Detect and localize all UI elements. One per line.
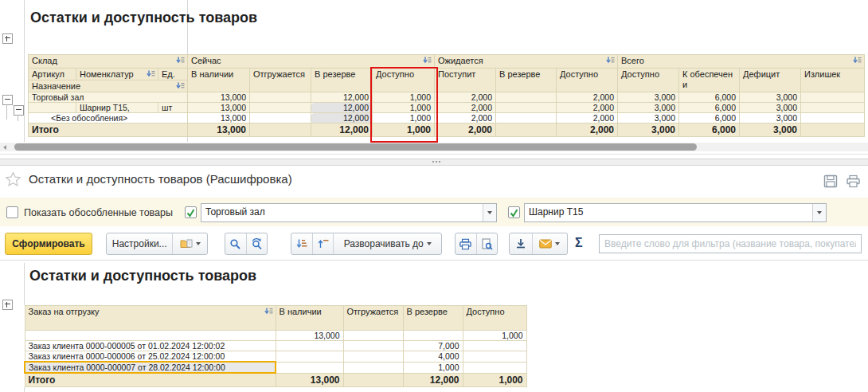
column-surplus[interactable]: Излишек (801, 69, 865, 92)
column-reserve-now[interactable]: В резерве (311, 69, 373, 92)
scrollbar-thumb[interactable] (14, 143, 697, 151)
cell[interactable]: 1,000 (373, 92, 435, 103)
selected-cell[interactable]: 12,000 (311, 103, 373, 113)
cell[interactable]: 3,000 (740, 123, 801, 137)
top-expander-icon[interactable] (2, 33, 13, 44)
warehouse-checkbox[interactable] (185, 206, 197, 218)
cell[interactable]: 13,000 (188, 113, 250, 123)
cell[interactable]: 3,000 (618, 123, 679, 137)
cell[interactable] (496, 113, 557, 123)
cell[interactable] (463, 362, 526, 373)
cell[interactable]: 3,000 (618, 103, 679, 113)
cell[interactable] (29, 103, 76, 113)
favorite-star-icon[interactable] (5, 171, 22, 190)
unit-cell[interactable]: шт (158, 103, 188, 113)
total-label-cell[interactable]: Итого (25, 373, 276, 387)
cell[interactable]: 2,000 (435, 92, 496, 103)
preview-button[interactable] (477, 233, 498, 254)
report-variants-button[interactable] (173, 233, 207, 254)
cell[interactable]: 2,000 (557, 123, 618, 137)
cell[interactable] (343, 351, 403, 363)
cell[interactable]: 1,000 (403, 362, 463, 373)
sort-icon[interactable] (176, 57, 185, 64)
pane-splitter[interactable] (0, 159, 868, 166)
cell[interactable]: 7,000 (403, 341, 463, 351)
cell[interactable] (250, 103, 311, 113)
order-name-cell[interactable]: Заказ клиента 0000-000005 от 01.02.2024 … (25, 341, 276, 351)
cell[interactable]: 3,000 (618, 113, 679, 123)
cell[interactable]: 1,000 (463, 373, 526, 387)
column-available[interactable]: Доступно (463, 306, 526, 331)
sort-icon[interactable] (264, 308, 273, 315)
no-separation-cell[interactable]: <Без обособления> (29, 113, 188, 123)
cell[interactable]: 6,000 (679, 103, 740, 113)
product-combobox[interactable]: Шарнир Т15 (524, 203, 827, 222)
cell[interactable]: 12,000 (403, 373, 463, 387)
cell[interactable]: 6,000 (679, 113, 740, 123)
cell[interactable]: 13,000 (276, 331, 343, 341)
sort-icon[interactable] (176, 82, 185, 89)
column-purpose[interactable]: Назначение (29, 80, 188, 92)
cell[interactable] (25, 331, 276, 341)
sort-icon[interactable] (147, 70, 155, 77)
expand-rows-button[interactable] (291, 233, 313, 254)
cell[interactable]: 2,000 (435, 103, 496, 113)
cell[interactable] (343, 373, 403, 387)
cell[interactable]: 2,000 (435, 123, 496, 137)
sort-icon[interactable] (853, 57, 862, 64)
cell[interactable] (343, 331, 403, 341)
filter-input[interactable] (599, 234, 862, 253)
sigma-button[interactable]: Σ (575, 236, 583, 250)
column-group-expected[interactable]: Ожидается (435, 55, 618, 69)
cell[interactable] (496, 92, 557, 103)
cell[interactable]: 3,000 (618, 92, 679, 103)
warehouse-combobox[interactable]: Торговый зал (201, 203, 497, 222)
cell[interactable]: 3,000 (740, 103, 801, 113)
cell[interactable] (343, 362, 403, 373)
column-group-total[interactable]: Всего (618, 55, 865, 69)
sort-icon[interactable] (423, 57, 432, 64)
horizontal-scrollbar[interactable] (0, 143, 868, 151)
cell[interactable]: 13,000 (188, 92, 250, 103)
cell[interactable]: 2,000 (557, 113, 618, 123)
cell[interactable] (496, 123, 557, 137)
column-articul[interactable]: Артикул (29, 69, 76, 80)
cell[interactable] (801, 123, 865, 137)
warehouse-dropdown-button[interactable] (483, 204, 496, 221)
column-reserve[interactable]: В резерве (403, 306, 463, 331)
product-dropdown-button[interactable] (812, 204, 826, 221)
cell[interactable] (276, 362, 343, 373)
cell[interactable]: 13,000 (188, 123, 250, 137)
column-to-provide[interactable]: К обеспечени (679, 69, 740, 92)
scroll-left-icon[interactable] (3, 145, 6, 150)
column-in-stock[interactable]: В наличии (276, 306, 343, 331)
collapse-rows-button[interactable] (313, 233, 334, 254)
sort-icon[interactable] (606, 57, 615, 64)
cell[interactable] (343, 341, 403, 351)
cell[interactable]: 13,000 (188, 103, 250, 113)
collapse-group-icon[interactable] (2, 95, 13, 105)
column-incoming[interactable]: Поступит (435, 69, 496, 92)
column-reserve-expected[interactable]: В резерве (496, 69, 557, 92)
column-available-now[interactable]: Доступно (373, 69, 435, 92)
cell[interactable] (801, 113, 865, 123)
cell[interactable] (496, 103, 557, 113)
cell[interactable]: 3,000 (740, 113, 801, 123)
product-checkbox[interactable] (508, 206, 520, 218)
cell[interactable]: 1,000 (373, 103, 435, 113)
cell[interactable]: 13,000 (276, 373, 343, 387)
cell[interactable]: 12,000 (311, 92, 373, 103)
selected-order-cell[interactable]: Заказ клиента 0000-000007 от 28.02.2024 … (25, 362, 276, 373)
cell[interactable]: 1,000 (373, 123, 435, 137)
column-deficit[interactable]: Дефицит (740, 69, 801, 92)
show-separated-checkbox[interactable] (6, 206, 18, 218)
cell[interactable] (250, 113, 311, 123)
find-next-button[interactable] (247, 233, 268, 254)
settings-button[interactable]: Настройки... (107, 233, 173, 254)
cell[interactable] (276, 341, 343, 351)
print-button[interactable] (844, 173, 862, 189)
column-unit[interactable]: Ед. (158, 69, 188, 80)
print-report-button[interactable] (456, 233, 477, 254)
column-nomenclature[interactable]: Номенклатур (76, 69, 158, 80)
save-button[interactable] (822, 173, 839, 189)
